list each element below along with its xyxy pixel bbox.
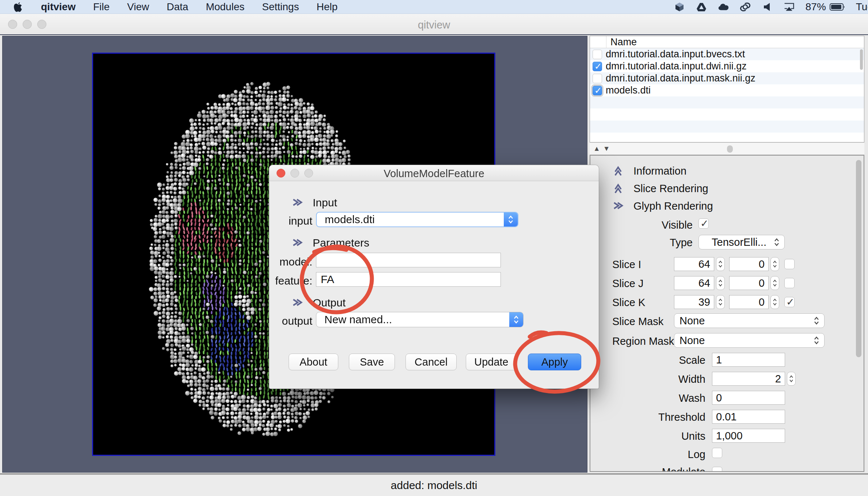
chevron-down-icon[interactable] bbox=[613, 201, 624, 211]
menu-modules[interactable]: Modules bbox=[206, 1, 244, 13]
file-row-mask[interactable]: dmri.tutorial.data.input.mask.nii.gz bbox=[590, 72, 864, 84]
file-checkbox-mask[interactable] bbox=[593, 74, 602, 83]
slice-k-offset-stepper[interactable] bbox=[770, 295, 779, 309]
menu-settings[interactable]: Settings bbox=[262, 1, 299, 13]
region-mask-label: Region Mask bbox=[612, 335, 680, 347]
width-field[interactable]: 2 bbox=[712, 372, 785, 386]
file-checkbox-bvecs[interactable] bbox=[593, 50, 602, 59]
wash-field[interactable]: 0 bbox=[712, 391, 785, 405]
output-combo[interactable]: New named... bbox=[316, 312, 524, 327]
menubar-clock-day[interactable]: Tue bbox=[856, 1, 868, 13]
width-stepper[interactable] bbox=[787, 372, 796, 386]
file-row-bvecs[interactable]: dmri.tutorial.data.input.bvecs.txt bbox=[590, 48, 864, 60]
cancel-button[interactable]: Cancel bbox=[406, 354, 457, 370]
slice-i-row: 64 0 bbox=[674, 257, 795, 271]
type-label: Type bbox=[612, 237, 693, 249]
type-dropdown[interactable]: TensorElli... bbox=[698, 235, 785, 249]
panel-splitter[interactable]: ▲▼ bbox=[590, 142, 864, 155]
update-button[interactable]: Update bbox=[466, 354, 517, 370]
data-file-list: Name dmri.tutorial.data.input.bvecs.txt … bbox=[590, 36, 864, 142]
section-information[interactable]: Information bbox=[613, 164, 686, 178]
input-combo[interactable]: models.dti bbox=[316, 212, 518, 227]
cube-icon[interactable] bbox=[674, 1, 685, 12]
chevron-right-icon[interactable] bbox=[614, 183, 623, 194]
slice-k-label: Slice K bbox=[612, 297, 656, 309]
threshold-label: Threshold bbox=[612, 411, 705, 423]
slice-k-value-field[interactable]: 39 bbox=[674, 295, 714, 309]
window-title: qitview bbox=[0, 19, 868, 31]
chevron-down-icon[interactable] bbox=[292, 238, 303, 248]
menu-view[interactable]: View bbox=[127, 1, 149, 13]
splitter-grip-icon[interactable] bbox=[727, 145, 733, 153]
feature-field[interactable]: FA bbox=[316, 272, 501, 287]
slice-k-checkbox[interactable] bbox=[784, 297, 795, 307]
file-name-label: models.dti bbox=[606, 85, 651, 96]
chevron-down-icon[interactable] bbox=[292, 298, 303, 308]
file-name-label: dmri.tutorial.data.input.bvecs.txt bbox=[606, 49, 745, 60]
battery-icon bbox=[830, 3, 845, 11]
slice-i-stepper[interactable] bbox=[716, 257, 725, 271]
chevron-right-icon[interactable] bbox=[614, 165, 623, 176]
slice-j-value-field[interactable]: 64 bbox=[674, 276, 714, 290]
battery-indicator[interactable]: 87% bbox=[806, 1, 845, 13]
slice-j-checkbox[interactable] bbox=[784, 278, 795, 288]
file-list-header[interactable]: Name bbox=[590, 36, 864, 48]
menu-help[interactable]: Help bbox=[316, 1, 338, 13]
section-slice-rendering[interactable]: Slice Rendering bbox=[613, 181, 708, 196]
properties-scrollbar[interactable] bbox=[856, 160, 861, 357]
apply-button[interactable]: Apply bbox=[528, 354, 581, 370]
slice-j-stepper[interactable] bbox=[716, 276, 725, 290]
volume-icon[interactable] bbox=[762, 1, 773, 12]
slice-i-value-field[interactable]: 64 bbox=[674, 257, 714, 271]
section-glyph-rendering[interactable]: Glyph Rendering bbox=[613, 199, 713, 213]
section-label[interactable]: Slice Rendering bbox=[633, 183, 708, 195]
cloud-icon[interactable] bbox=[718, 1, 729, 12]
parameters-section-header[interactable]: Parameters bbox=[292, 237, 369, 249]
slice-i-offset-stepper[interactable] bbox=[770, 257, 779, 271]
file-checkbox-dwi[interactable] bbox=[593, 62, 602, 71]
about-button[interactable]: About bbox=[289, 354, 338, 370]
log-checkbox[interactable] bbox=[712, 448, 722, 458]
slice-i-checkbox[interactable] bbox=[784, 259, 795, 269]
output-combo-value: New named... bbox=[316, 312, 509, 327]
combo-updown-icon bbox=[504, 213, 518, 226]
chevron-down-icon[interactable] bbox=[292, 198, 303, 207]
model-label: model: bbox=[277, 256, 312, 268]
units-field[interactable]: 1,000 bbox=[712, 429, 785, 443]
slice-i-offset-field[interactable]: 0 bbox=[729, 257, 769, 271]
splitter-collapse-icons[interactable]: ▲▼ bbox=[590, 145, 613, 153]
drive-triangle-icon[interactable] bbox=[696, 1, 707, 12]
file-row-models-dti[interactable]: models.dti bbox=[590, 84, 864, 96]
dialog-titlebar[interactable]: VolumeModelFeature bbox=[269, 165, 599, 181]
apple-menu-icon[interactable] bbox=[12, 1, 23, 12]
threshold-field[interactable]: 0.01 bbox=[712, 410, 785, 424]
save-button[interactable]: Save bbox=[349, 354, 395, 370]
visible-checkbox[interactable] bbox=[698, 218, 709, 229]
slice-j-offset-stepper[interactable] bbox=[770, 276, 779, 290]
menu-data[interactable]: Data bbox=[167, 1, 188, 13]
file-list-scrollbar[interactable] bbox=[860, 49, 863, 70]
section-label[interactable]: Glyph Rendering bbox=[633, 200, 713, 212]
wash-label: Wash bbox=[612, 392, 705, 404]
app-menu-qitview[interactable]: qitview bbox=[41, 1, 76, 13]
input-section-header[interactable]: Input bbox=[292, 197, 337, 209]
scale-field[interactable]: 1 bbox=[712, 353, 785, 367]
output-section-header[interactable]: Output bbox=[292, 297, 346, 309]
slice-k-stepper[interactable] bbox=[716, 295, 725, 309]
slice-mask-dropdown[interactable]: None bbox=[674, 313, 825, 328]
slice-j-offset-field[interactable]: 0 bbox=[729, 276, 769, 290]
file-row-dwi[interactable]: dmri.tutorial.data.input.dwi.nii.gz bbox=[590, 60, 864, 72]
width-label: Width bbox=[612, 373, 705, 385]
file-checkbox-models-dti[interactable] bbox=[593, 86, 602, 95]
section-label[interactable]: Information bbox=[633, 165, 686, 177]
modulate-checkbox[interactable] bbox=[712, 467, 722, 472]
region-mask-dropdown[interactable]: None bbox=[674, 333, 825, 348]
airplay-icon[interactable] bbox=[784, 1, 795, 12]
menu-file[interactable]: File bbox=[93, 1, 110, 13]
rings-icon[interactable] bbox=[740, 1, 751, 12]
slice-k-offset-field[interactable]: 0 bbox=[729, 295, 769, 309]
column-header-name[interactable]: Name bbox=[590, 37, 637, 48]
slice-j-row: 64 0 bbox=[674, 276, 795, 290]
model-field[interactable] bbox=[316, 253, 501, 267]
log-label: Log bbox=[612, 449, 705, 461]
